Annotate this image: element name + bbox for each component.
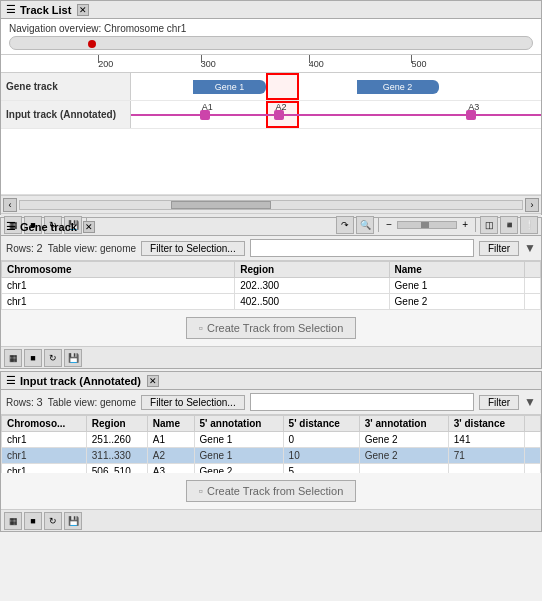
- table-row[interactable]: chr1 311..330 A2 Gene 1 10 Gene 2 71: [2, 448, 541, 464]
- input-create-track-btn[interactable]: ▫ Create Track from Selection: [186, 480, 357, 502]
- gene-filter-btn[interactable]: Filter: [479, 241, 519, 256]
- h-scrollbar: ‹ ›: [1, 195, 541, 213]
- split-btn[interactable]: ❕: [520, 216, 538, 234]
- gene-row1-scroll: [525, 278, 541, 294]
- zoom-plus[interactable]: +: [459, 219, 471, 230]
- gene-filter-selection-btn[interactable]: Filter to Selection...: [141, 241, 245, 256]
- input-filter-selection-btn[interactable]: Filter to Selection...: [141, 395, 245, 410]
- input-row3-annot3: [359, 464, 448, 474]
- input-filter-btn[interactable]: Filter: [479, 395, 519, 410]
- input-row2-annot5: Gene 1: [194, 448, 283, 464]
- input-table-scroll-x[interactable]: Chromoso... Region Name 5' annotation 5'…: [1, 415, 541, 473]
- input-row1-scroll: [525, 432, 541, 448]
- input-track-table-panel: ☰ Input track (Annotated) ✕ Rows: 3 Tabl…: [0, 371, 542, 532]
- input-create-track-icon: ▫: [199, 484, 203, 498]
- input-tb-3[interactable]: ↻: [44, 512, 62, 530]
- input-tb-2[interactable]: ■: [24, 512, 42, 530]
- table-row[interactable]: chr1 202..300 Gene 1: [2, 278, 541, 294]
- view-btn[interactable]: ◾: [500, 216, 518, 234]
- input-row2-annot3: Gene 2: [359, 448, 448, 464]
- input-create-track-label: Create Track from Selection: [207, 485, 343, 497]
- gene-row1-region: 202..300: [235, 278, 389, 294]
- input-track-table-title: Input track (Annotated): [20, 375, 141, 387]
- selection-box-gene: [266, 73, 299, 100]
- gene-table-header-row: Chromosome Region Name: [2, 262, 541, 278]
- gene2-bar: Gene 2: [357, 80, 439, 94]
- gene-rows-info: Rows: 2: [6, 242, 43, 254]
- gene-col-name: Name: [389, 262, 524, 278]
- track-canvas: 200 300 400 500 Gene track Gene 1 Gene 2…: [1, 55, 541, 195]
- scroll-right-btn[interactable]: ›: [525, 198, 539, 212]
- input-row1-chr: chr1: [2, 432, 87, 448]
- gene-row1-chr: chr1: [2, 278, 235, 294]
- zoom-btn[interactable]: 🔍: [356, 216, 374, 234]
- input-row3-scroll: [525, 464, 541, 474]
- input-table-view-info: Table view: genome: [48, 397, 136, 408]
- gene-track-label: Gene track: [1, 73, 131, 100]
- gene-filter-input[interactable]: [250, 239, 474, 257]
- ruler-label-300: 300: [201, 59, 216, 69]
- ruler: 200 300 400 500: [1, 55, 541, 73]
- track-list-header: ☰ Track List ✕: [1, 1, 541, 19]
- input-track-toolbar: Rows: 3 Table view: genome Filter to Sel…: [1, 390, 541, 415]
- input-tb-1[interactable]: ▦: [4, 512, 22, 530]
- gene-tb-3[interactable]: ↻: [44, 349, 62, 367]
- input-track-table-close[interactable]: ✕: [147, 375, 159, 387]
- track-list-close[interactable]: ✕: [77, 4, 89, 16]
- gene-track-row: Gene track Gene 1 Gene 2: [1, 73, 541, 101]
- gene-row2-chr: chr1: [2, 294, 235, 310]
- ruler-tick-400: [309, 55, 310, 63]
- scroll-track[interactable]: [19, 200, 523, 210]
- input-filter-icon[interactable]: ▼: [524, 395, 536, 409]
- nav-oval[interactable]: [9, 36, 533, 50]
- input-col-chr: Chromoso...: [2, 416, 87, 432]
- scroll-left-btn[interactable]: ‹: [3, 198, 17, 212]
- input-col-region: Region: [86, 416, 147, 432]
- zoom-minus[interactable]: −: [383, 219, 395, 230]
- gene-tb-1[interactable]: ▦: [4, 349, 22, 367]
- gene-row2-region: 402..500: [235, 294, 389, 310]
- scroll-thumb[interactable]: [171, 201, 271, 209]
- input-track-label: Input track (Annotated): [1, 101, 131, 128]
- annotation-a1-label: A1: [202, 102, 213, 112]
- input-table-header-row: Chromoso... Region Name 5' annotation 5'…: [2, 416, 541, 432]
- input-row2-dist5: 10: [283, 448, 359, 464]
- gene-table-scroll[interactable]: Chromosome Region Name chr1 202..300 Gen…: [1, 261, 541, 310]
- gene-tb-2[interactable]: ■: [24, 349, 42, 367]
- gene-table: Chromosome Region Name chr1 202..300 Gen…: [1, 261, 541, 310]
- ruler-label-200: 200: [98, 59, 113, 69]
- toolbar-sep-3: [475, 218, 476, 232]
- ruler-tick-200: [98, 55, 99, 63]
- input-tb-4[interactable]: 💾: [64, 512, 82, 530]
- zoom-slider[interactable]: [397, 221, 457, 229]
- annotation-baseline: [131, 114, 541, 116]
- input-row1-annot5: Gene 1: [194, 432, 283, 448]
- input-row1-dist5: 0: [283, 432, 359, 448]
- input-row1-region: 251..260: [86, 432, 147, 448]
- annotation-a2-label: A2: [276, 102, 287, 112]
- gene-tb-4[interactable]: 💾: [64, 349, 82, 367]
- input-col-name: Name: [147, 416, 194, 432]
- table-row[interactable]: chr1 402..500 Gene 2: [2, 294, 541, 310]
- input-row2-region: 311..330: [86, 448, 147, 464]
- gene-track-table-close[interactable]: ✕: [83, 221, 95, 233]
- table-row[interactable]: chr1 506..510 A3 Gene 2 5: [2, 464, 541, 474]
- input-track-content[interactable]: A1 A2 A3: [131, 101, 541, 128]
- gene-filter-icon[interactable]: ▼: [524, 241, 536, 255]
- input-row3-name: A3: [147, 464, 194, 474]
- input-row3-region: 506..510: [86, 464, 147, 474]
- ruler-tick-500: [411, 55, 412, 63]
- gene-scroll-indicator: [525, 262, 541, 278]
- input-filter-input[interactable]: [250, 393, 474, 411]
- input-row3-dist5: 5: [283, 464, 359, 474]
- input-row1-dist3: 141: [448, 432, 524, 448]
- input-col-dist3: 3' distance: [448, 416, 524, 432]
- gene-col-chr: Chromosome: [2, 262, 235, 278]
- cursor-btn[interactable]: ↷: [336, 216, 354, 234]
- annotation-a3-label: A3: [468, 102, 479, 112]
- gene-track-content[interactable]: Gene 1 Gene 2: [131, 73, 541, 100]
- resize-btn[interactable]: ◫: [480, 216, 498, 234]
- gene-create-track-btn[interactable]: ▫ Create Track from Selection: [186, 317, 357, 339]
- input-table-scroll[interactable]: Chromoso... Region Name 5' annotation 5'…: [1, 415, 541, 473]
- table-row[interactable]: chr1 251..260 A1 Gene 1 0 Gene 2 141: [2, 432, 541, 448]
